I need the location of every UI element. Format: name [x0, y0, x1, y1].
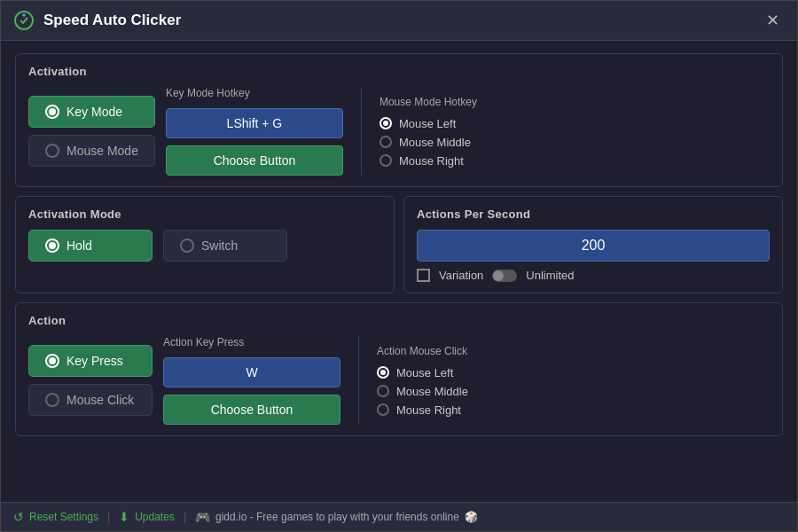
- switch-label: Switch: [201, 239, 238, 253]
- action-key-label: Action Key Press: [163, 336, 340, 348]
- mouse-middle-label: Mouse Middle: [399, 136, 471, 149]
- mouse-left-label: Mouse Left: [399, 117, 456, 130]
- middle-row: Activation Mode Hold Switch Actions Per …: [15, 196, 783, 293]
- updates-link[interactable]: Updates: [135, 511, 175, 523]
- mouse-right-option[interactable]: Mouse Right: [379, 154, 477, 168]
- action-mouse-right-label: Mouse Right: [396, 403, 461, 417]
- activation-label: Activation: [28, 65, 770, 78]
- promo-text[interactable]: gidd.io - Free games to play with your f…: [215, 511, 459, 523]
- action-type-group: Key Press Mouse Click: [28, 345, 153, 416]
- content-area: Activation Key Mode Mouse Mode Key Mode …: [1, 41, 797, 502]
- reset-settings-link[interactable]: Reset Settings: [29, 511, 98, 523]
- promo-dice: 🎲: [465, 511, 478, 523]
- aps-group: 200 Variation Unlimited: [417, 230, 770, 282]
- mouse-hotkey-label: Mouse Mode Hotkey: [379, 96, 477, 108]
- mouse-mode-radio: [45, 144, 59, 158]
- action-key-input[interactable]: W: [163, 357, 340, 387]
- action-mouse-middle-radio: [377, 385, 389, 397]
- key-press-button[interactable]: Key Press: [28, 345, 153, 377]
- activation-row: Key Mode Mouse Mode Key Mode Hotkey LShi…: [28, 87, 770, 176]
- hold-button[interactable]: Hold: [28, 230, 153, 262]
- mouse-middle-radio: [379, 136, 392, 148]
- hotkey-label: Key Mode Hotkey: [166, 87, 343, 99]
- action-mouse-group: Action Mouse Click Mouse Left Mouse Midd…: [377, 345, 468, 417]
- window-title: Speed Auto Clicker: [43, 12, 751, 29]
- close-button[interactable]: ✕: [760, 8, 785, 33]
- mouse-right-label: Mouse Right: [399, 154, 464, 168]
- switch-radio: [180, 239, 194, 253]
- promo-icon: 🎮: [195, 510, 210, 524]
- mouse-left-radio: [379, 117, 392, 129]
- hold-label: Hold: [66, 239, 92, 253]
- activation-mode-section: Activation Mode Hold Switch: [15, 196, 395, 293]
- unlimited-toggle[interactable]: [492, 270, 517, 282]
- hold-radio: [45, 239, 59, 253]
- aps-label: Actions Per Second: [417, 207, 770, 221]
- hold-switch-row: Hold Switch: [28, 230, 381, 262]
- key-mode-button[interactable]: Key Mode: [28, 96, 155, 128]
- mouse-click-label: Mouse Click: [66, 393, 134, 407]
- divider-2: [358, 336, 359, 425]
- mouse-middle-option[interactable]: Mouse Middle: [379, 136, 477, 149]
- key-press-label: Key Press: [66, 354, 123, 368]
- variation-checkbox[interactable]: [417, 269, 430, 282]
- hotkey-choose-button[interactable]: Choose Button: [166, 145, 343, 176]
- statusbar: ↺ Reset Settings | ⬇ Updates | 🎮 gidd.io…: [1, 502, 797, 531]
- activation-section: Activation Key Mode Mouse Mode Key Mode …: [15, 53, 783, 187]
- key-mode-label: Key Mode: [66, 105, 122, 119]
- unlimited-label: Unlimited: [526, 269, 574, 282]
- aps-options-row: Variation Unlimited: [417, 269, 770, 282]
- mouse-hotkey-group: Mouse Mode Hotkey Mouse Left Mouse Middl…: [379, 96, 477, 168]
- mouse-mode-button[interactable]: Mouse Mode: [28, 135, 155, 167]
- action-row: Key Press Mouse Click Action Key Press W…: [28, 336, 770, 425]
- action-key-group: Action Key Press W Choose Button: [163, 336, 340, 425]
- action-mouse-middle-label: Mouse Middle: [396, 385, 468, 398]
- mouse-click-radio: [45, 393, 59, 407]
- updates-icon: ⬇: [119, 510, 129, 524]
- action-mouse-options: Mouse Left Mouse Middle Mouse Right: [377, 366, 468, 417]
- action-label: Action: [28, 314, 770, 327]
- key-press-radio: [45, 354, 59, 368]
- action-mouse-middle-option[interactable]: Mouse Middle: [377, 385, 468, 398]
- action-choose-button[interactable]: Choose Button: [163, 395, 340, 425]
- action-section: Action Key Press Mouse Click Action Key …: [15, 302, 783, 436]
- hotkey-group: Key Mode Hotkey LShift + G Choose Button: [166, 87, 343, 176]
- action-mouse-left-label: Mouse Left: [396, 366, 453, 379]
- reset-icon: ↺: [13, 510, 24, 524]
- sep-1: |: [107, 511, 110, 523]
- variation-label: Variation: [439, 269, 483, 282]
- mouse-options: Mouse Left Mouse Middle Mouse Right: [379, 117, 477, 168]
- main-window: Speed Auto Clicker ✕ Activation Key Mode…: [0, 0, 798, 532]
- key-mode-radio: [45, 105, 59, 119]
- action-mouse-label: Action Mouse Click: [377, 345, 468, 357]
- mouse-left-option[interactable]: Mouse Left: [379, 117, 477, 130]
- hotkey-input[interactable]: LShift + G: [166, 108, 343, 138]
- titlebar: Speed Auto Clicker ✕: [1, 1, 797, 41]
- mouse-click-button[interactable]: Mouse Click: [28, 384, 153, 416]
- sep-2: |: [184, 511, 186, 523]
- activation-mode-label: Activation Mode: [28, 207, 381, 221]
- app-icon: [13, 10, 35, 31]
- mouse-right-radio: [379, 154, 392, 167]
- action-mouse-left-radio: [377, 366, 389, 379]
- mouse-mode-label: Mouse Mode: [66, 144, 138, 158]
- action-mouse-left-option[interactable]: Mouse Left: [377, 366, 468, 379]
- aps-input[interactable]: 200: [417, 230, 770, 262]
- activation-mode-group: Key Mode Mouse Mode: [28, 96, 155, 167]
- divider-1: [361, 87, 362, 176]
- action-mouse-right-option[interactable]: Mouse Right: [377, 403, 468, 417]
- switch-button[interactable]: Switch: [163, 230, 287, 262]
- action-mouse-right-radio: [377, 403, 389, 416]
- aps-section: Actions Per Second 200 Variation Unlimit…: [403, 196, 783, 293]
